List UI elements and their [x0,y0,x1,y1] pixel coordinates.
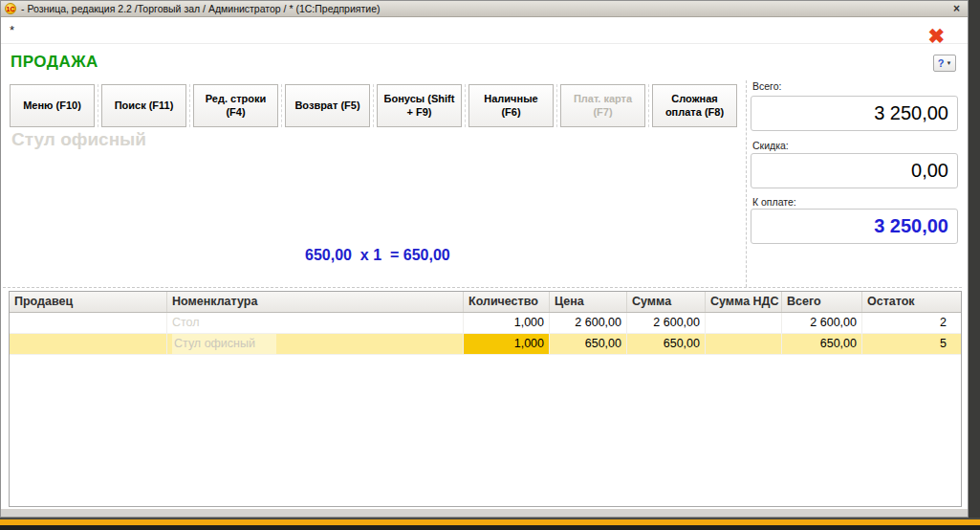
page-title: ПРОДАЖА [11,53,98,72]
toolbar-button-4[interactable]: Возврат (F5) [285,84,370,127]
cell[interactable]: Стол [167,313,464,333]
cell[interactable] [10,313,167,333]
taskbar[interactable] [0,525,980,530]
table-row[interactable]: Стол1,0002 600,002 600,002 600,002 [10,313,961,334]
items-table: ПродавецНоменклатураКоличествоЦенаСуммаС… [9,291,962,507]
column-header[interactable]: Количество [464,292,550,312]
toolbar-separator [648,84,649,127]
cell[interactable]: 2 600,00 [782,313,862,333]
column-header[interactable]: Цена [550,292,627,312]
cell[interactable] [706,313,782,333]
due-field[interactable]: 3 250,00 [751,209,958,244]
line-total-formula: 650,00 x 1 = 650,00 [305,247,450,264]
form-client-area: * ✖ ПРОДАЖА ? ▼ Меню (F10)Поиск (F11)Ред… [1,17,968,509]
toolbar-separator [98,84,98,127]
cell[interactable]: 5 [862,334,962,354]
column-header[interactable]: Всего [782,292,862,312]
total-label: Всего: [752,80,781,92]
item-name-text: Стул офисный [172,334,276,354]
cell[interactable]: 2 600,00 [550,313,627,333]
item-name-text: Стол [172,316,200,329]
toolbar-separator [281,84,282,127]
top-divider [1,43,968,44]
column-header[interactable]: Остаток [862,292,962,312]
table-body: Стол1,0002 600,002 600,002 600,002Стул о… [10,313,961,355]
toolbar-button-7: Плат. карта (F7) [560,84,645,127]
cell[interactable]: 2 600,00 [627,313,706,333]
cell[interactable] [10,334,167,354]
toolbar-separator [373,84,374,127]
horizontal-splitter[interactable] [3,287,962,288]
table-row[interactable]: Стул офисный1,000650,00650,00650,005 [10,334,961,355]
app-window: 1С - Розница, редакция 2.2 /Торговый зал… [0,0,969,518]
toolbar-button-2[interactable]: Поиск (F11) [101,84,186,127]
cell[interactable]: 650,00 [627,334,706,354]
toolbar: Меню (F10)Поиск (F11)Ред. строки (F4)Воз… [10,84,740,127]
cell[interactable]: 650,00 [782,334,862,354]
toolbar-button-3[interactable]: Ред. строки (F4) [193,84,278,127]
help-icon: ? [938,57,945,69]
chevron-down-icon: ▼ [946,60,951,66]
window-close-icon[interactable]: × [949,2,964,15]
column-header[interactable]: Продавец [10,292,167,312]
cell[interactable]: Стул офисный [167,334,464,354]
toolbar-separator [189,84,190,127]
toolbar-button-5[interactable]: Бонусы (Shift + F9) [377,84,462,127]
column-header[interactable]: Сумма [627,292,706,312]
due-label: К оплате: [752,196,796,208]
form-close-icon[interactable]: ✖ [927,26,945,47]
table-header-row: ПродавецНоменклатураКоличествоЦенаСуммаС… [10,292,961,313]
window-titlebar[interactable]: 1С - Розница, редакция 2.2 /Торговый зал… [1,1,968,17]
toolbar-separator [465,84,466,127]
toolbar-button-8[interactable]: Сложная оплата (F8) [652,84,737,127]
1c-app-icon: 1С [5,3,16,14]
vertical-splitter[interactable] [746,80,747,287]
column-header[interactable]: Сумма НДС [706,292,782,312]
toolbar-button-6[interactable]: Наличные (F6) [468,84,554,127]
discount-label: Скидка: [752,140,789,151]
toolbar-button-1[interactable]: Меню (F10) [10,84,95,127]
total-field[interactable]: 3 250,00 [751,96,958,131]
window-title: - Розница, редакция 2.2 /Торговый зал / … [21,3,949,14]
product-hint-text: Стул офисный [11,129,146,150]
toolbar-separator [556,84,557,127]
discount-field[interactable]: 0,00 [751,153,958,188]
cell[interactable]: 2 [862,313,962,333]
modified-marker: * [10,23,14,37]
cell[interactable]: 650,00 [550,334,627,354]
help-button[interactable]: ? ▼ [933,55,956,72]
cell[interactable]: 1,000 [464,313,550,333]
cell[interactable] [706,334,782,354]
column-header[interactable]: Номенклатура [167,292,464,312]
cell[interactable]: 1,000 [464,334,550,354]
